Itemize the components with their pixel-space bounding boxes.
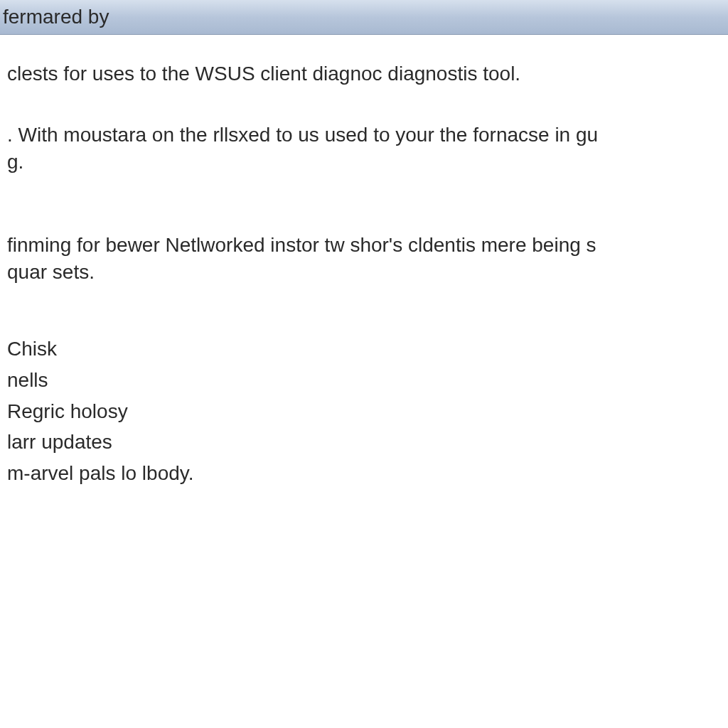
- list-item: larr updates: [7, 429, 721, 456]
- paragraph-3-line-1: finming for bewer Netlworked instor tw s…: [7, 232, 721, 259]
- list-item: nells: [7, 367, 721, 394]
- paragraph-2-line-1: . With moustara on the rllsxed to us use…: [7, 122, 721, 149]
- paragraph-2-line-2: g.: [7, 149, 721, 176]
- paragraph-3-line-2: quar sets.: [7, 259, 721, 286]
- help-window: fermared by clests for uses to the WSUS …: [0, 0, 728, 728]
- item-list: Chisk nells Regric holosy larr updates m…: [7, 336, 721, 487]
- window-title-bar[interactable]: fermared by: [0, 0, 728, 35]
- list-item: m-arvel pals lo lbody.: [7, 460, 721, 487]
- paragraph-2: . With moustara on the rllsxed to us use…: [7, 122, 721, 176]
- window-title-text: fermared by: [3, 6, 109, 28]
- list-item: Chisk: [7, 336, 721, 363]
- paragraph-1: clests for uses to the WSUS client diagn…: [7, 60, 721, 87]
- document-body: clests for uses to the WSUS client diagn…: [0, 35, 728, 498]
- paragraph-1-text: clests for uses to the WSUS client diagn…: [7, 63, 520, 85]
- list-item: Regric holosy: [7, 398, 721, 425]
- paragraph-3: finming for bewer Netlworked instor tw s…: [7, 232, 721, 286]
